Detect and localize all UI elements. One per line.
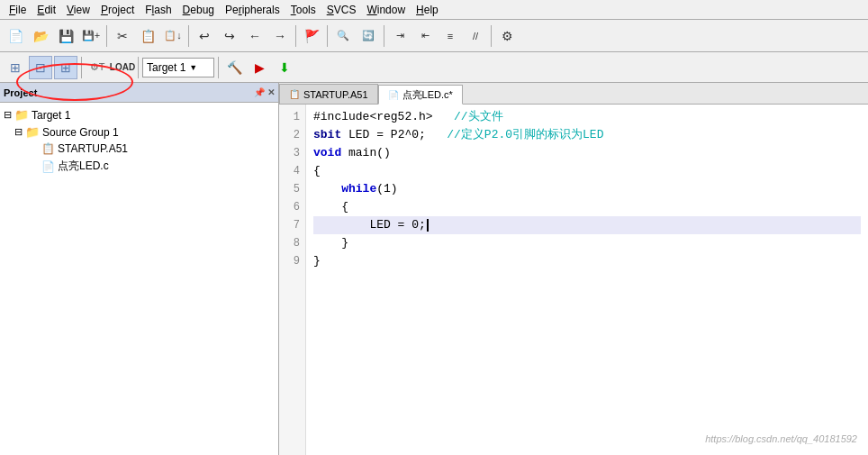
cursor-indicator: [427, 219, 429, 232]
tree-led-c[interactable]: 📄 点亮LED.c: [0, 157, 278, 176]
replace-button[interactable]: 🔄: [357, 24, 380, 48]
menu-project[interactable]: Project: [95, 2, 140, 18]
linenum-6: 6: [285, 198, 300, 216]
tab-led-c[interactable]: 📄 点亮LED.c*: [378, 85, 463, 105]
tree-startup-a51[interactable]: 📋 STARTUP.A51: [0, 141, 278, 157]
multi-project-button[interactable]: ⊞: [54, 56, 77, 79]
run-button[interactable]: ▶: [248, 56, 271, 79]
project-panel-title: Project: [4, 87, 37, 98]
outdent-button[interactable]: ⇤: [413, 24, 437, 48]
code-2-comment: //定义P2.0引脚的标识为LED: [426, 126, 604, 144]
load-button[interactable]: LOAD: [111, 56, 134, 79]
editor-area: 📋 STARTUP.A51 📄 点亮LED.c* 1 2 3 4 5 6: [279, 83, 868, 455]
code-editor[interactable]: 1 2 3 4 5 6 7 8 9 #include<reg52.h> //头文…: [279, 105, 868, 455]
code-5-indent: [313, 180, 341, 198]
new-file-button[interactable]: 📄: [4, 24, 27, 48]
tree-target1[interactable]: ⊟ 📁 Target 1: [0, 106, 278, 123]
tree-source-group[interactable]: ⊟ 📁 Source Group 1: [0, 123, 278, 141]
tab-led-label: 点亮LED.c*: [402, 88, 453, 102]
code-2-main: LED = P2^0;: [341, 126, 426, 144]
close-panel-icon[interactable]: ✕: [267, 87, 275, 97]
code-5-parens: (1): [376, 180, 397, 198]
undo-button[interactable]: ↩: [193, 24, 216, 48]
startup-file-icon: 📋: [41, 142, 55, 155]
code-3-main: main(): [341, 144, 391, 162]
toolbar-1: 📄 📂 💾 💾+ ✂ 📋 📋↓ ↩ ↪ ← → 🚩 🔍 🔄 ⇥ ⇤ ≡ // ⚙: [0, 20, 868, 52]
source-group-folder-icon: 📁: [25, 125, 40, 139]
code-line-2: sbit LED = P2^0; //定义P2.0引脚的标识为LED: [313, 126, 861, 144]
code-line-4: {: [313, 162, 861, 180]
settings-button[interactable]: ⚙: [495, 24, 519, 48]
menu-file[interactable]: File: [4, 2, 32, 18]
copy-button[interactable]: 📋: [136, 24, 159, 48]
tab-startup-icon: 📋: [289, 89, 300, 99]
open-project-button[interactable]: ⊡: [29, 56, 52, 79]
code-line-1: #include<reg52.h> //头文件: [313, 108, 861, 126]
pin-icon[interactable]: 📌: [254, 87, 265, 97]
watermark: https://blog.csdn.net/qq_40181592: [705, 433, 857, 444]
back-button[interactable]: ←: [243, 24, 267, 48]
toolbar-sep-2: [188, 25, 189, 47]
code-7-content: LED = 0;: [313, 216, 426, 234]
bookmark-button[interactable]: 🚩: [300, 24, 323, 48]
project-panel-header: Project 📌 ✕: [0, 83, 278, 103]
tree-source-group-label: Source Group 1: [42, 126, 119, 139]
menu-debug[interactable]: Debug: [177, 2, 220, 18]
menu-view[interactable]: View: [61, 2, 95, 18]
cut-button[interactable]: ✂: [111, 24, 134, 48]
tab-bar: 📋 STARTUP.A51 📄 点亮LED.c*: [279, 83, 868, 105]
linenum-2: 2: [285, 126, 300, 144]
code-line-8: }: [313, 234, 861, 252]
tree-startup-label: STARTUP.A51: [58, 142, 128, 155]
code-8-brace: }: [313, 234, 348, 252]
search-button[interactable]: 🔍: [331, 24, 355, 48]
new-project-button[interactable]: ⊞: [4, 56, 27, 79]
target-dropdown[interactable]: Target 1 ▼: [142, 58, 214, 77]
format-button[interactable]: ≡: [439, 24, 462, 48]
build-button[interactable]: 🔨: [222, 56, 246, 79]
menu-svcs[interactable]: SVCS: [321, 2, 362, 18]
tab-startup[interactable]: 📋 STARTUP.A51: [279, 84, 378, 104]
linenum-5: 5: [285, 180, 300, 198]
tree-expand-icon: ⊟: [4, 109, 12, 121]
download-button[interactable]: ⬇: [273, 56, 296, 79]
project-header-icons: 📌 ✕: [254, 87, 275, 97]
linenum-4: 4: [285, 162, 300, 180]
linenum-7: 7: [285, 216, 300, 234]
code-9-brace: }: [313, 252, 321, 270]
toolbar-2: ⊞ ⊡ ⊞ ⚙T LOAD Target 1 ▼ 🔨 ▶ ⬇: [0, 52, 868, 83]
save-all-button[interactable]: 💾+: [79, 24, 103, 48]
save-button[interactable]: 💾: [54, 24, 77, 48]
menu-help[interactable]: Help: [411, 2, 444, 18]
code-content[interactable]: #include<reg52.h> //头文件 sbit LED = P2^0;…: [306, 105, 868, 455]
menu-flash[interactable]: Flash: [140, 2, 176, 18]
redo-button[interactable]: ↪: [218, 24, 241, 48]
menu-bar: File Edit View Project Flash Debug Perip…: [0, 0, 868, 20]
forward-button[interactable]: →: [268, 24, 292, 48]
indent-button[interactable]: ⇥: [388, 24, 411, 48]
code-2-kw: sbit: [313, 126, 341, 144]
tree-expand-icon-2: ⊟: [14, 126, 23, 138]
target-options-button[interactable]: ⚙T: [86, 56, 109, 79]
menu-tools[interactable]: Tools: [285, 2, 321, 18]
code-line-3: void main(): [313, 144, 861, 162]
toolbar-sep-8: [138, 57, 139, 78]
led-file-icon: 📄: [41, 160, 55, 173]
open-file-button[interactable]: 📂: [29, 24, 52, 48]
menu-window[interactable]: Window: [361, 2, 411, 18]
target-label: Target 1: [147, 61, 185, 74]
line-numbers: 1 2 3 4 5 6 7 8 9: [279, 105, 306, 455]
paste-button[interactable]: 📋↓: [161, 24, 185, 48]
tree-target1-label: Target 1: [32, 109, 70, 122]
menu-edit[interactable]: Edit: [32, 2, 61, 18]
code-4-brace: {: [313, 162, 321, 180]
menu-peripherals[interactable]: Peripherals: [220, 2, 285, 18]
toolbar-sep-3: [295, 25, 296, 47]
toolbar-sep-6: [491, 25, 492, 47]
tree-led-label: 点亮LED.c: [58, 159, 109, 174]
comment-button[interactable]: //: [464, 24, 487, 48]
code-3-kw-void: void: [313, 144, 341, 162]
linenum-9: 9: [285, 252, 300, 270]
code-line-5: while (1): [313, 180, 861, 198]
tab-startup-label: STARTUP.A51: [303, 89, 368, 100]
